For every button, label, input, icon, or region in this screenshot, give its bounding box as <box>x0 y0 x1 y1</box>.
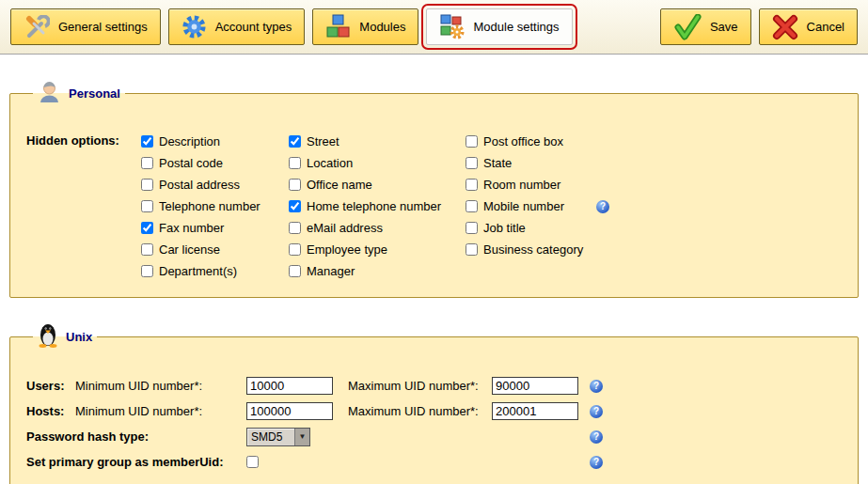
hidden-option-office-name[interactable]: Office name <box>289 174 466 195</box>
job-title-checkbox[interactable] <box>466 222 478 234</box>
help-icon[interactable]: ? <box>596 200 609 213</box>
employee-type-checkbox[interactable] <box>289 243 301 256</box>
unix-section: Unix Users: Minimum UID number*: Maximum… <box>9 322 859 484</box>
hidden-option-department-s[interactable]: Department(s) <box>141 260 289 282</box>
modules-cubes-icon <box>325 14 351 39</box>
users-help-cell: ? <box>590 373 627 398</box>
hidden-option-post-office-box[interactable]: Post office box <box>466 131 609 152</box>
account-types-button[interactable]: Account types <box>168 8 306 45</box>
users-label: Users: <box>26 379 75 393</box>
hidden-option-postal-code[interactable]: Postal code <box>141 152 289 174</box>
location-checkbox[interactable] <box>289 157 301 169</box>
button-label: Modules <box>359 20 405 34</box>
personal-legend-label: Personal <box>69 86 120 101</box>
postal-code-checkbox[interactable] <box>141 157 153 169</box>
users-min-uid-cell <box>246 373 348 398</box>
users-max-uid-label: Maximum UID number*: <box>348 379 479 393</box>
checkbox-label: Location <box>307 156 353 170</box>
hidden-options-column-2: StreetLocationOffice nameHome telephone … <box>289 131 466 282</box>
member-uid-help-cell: ? <box>590 449 627 475</box>
main-content: Personal Hidden options: DescriptionPost… <box>0 55 868 484</box>
hidden-option-fax-number[interactable]: Fax number <box>141 217 289 239</box>
hosts-max-uid-input[interactable] <box>492 402 578 420</box>
save-button[interactable]: Save <box>660 8 751 45</box>
hidden-option-mobile-number[interactable]: Mobile number? <box>466 195 609 217</box>
department-s-checkbox[interactable] <box>141 265 153 277</box>
postal-address-checkbox[interactable] <box>141 179 153 191</box>
home-telephone-number-checkbox[interactable] <box>289 200 301 212</box>
button-label: Save <box>710 20 738 34</box>
help-icon[interactable]: ? <box>590 405 603 418</box>
help-icon[interactable]: ? <box>590 430 603 444</box>
room-number-checkbox[interactable] <box>466 179 478 191</box>
general-settings-button[interactable]: General settings <box>10 8 161 45</box>
hosts-label: Hosts: <box>26 404 75 418</box>
hidden-option-employee-type[interactable]: Employee type <box>289 239 466 260</box>
users-min-uid-label: Minimum UID number*: <box>75 379 202 393</box>
checkbox-label: Employee type <box>307 242 387 257</box>
users-min-uid-input[interactable] <box>246 377 333 395</box>
unix-legend-label: Unix <box>66 330 92 344</box>
tools-icon <box>24 15 50 39</box>
hidden-option-state[interactable]: State <box>466 152 609 174</box>
street-checkbox[interactable] <box>289 135 301 148</box>
module-settings-icon <box>439 14 465 39</box>
checkbox-label: Postal code <box>159 156 223 170</box>
modules-button[interactable]: Modules <box>312 8 418 45</box>
checkbox-label: Telephone number <box>159 199 260 213</box>
cancel-button[interactable]: Cancel <box>759 8 858 45</box>
email-address-checkbox[interactable] <box>289 222 301 234</box>
checkbox-label: Manager <box>307 264 355 278</box>
checkbox-label: Job title <box>483 221 526 235</box>
help-icon[interactable]: ? <box>590 380 603 393</box>
button-label: General settings <box>58 20 148 34</box>
users-max-uid-input[interactable] <box>492 377 578 395</box>
hidden-option-job-title[interactable]: Job title <box>466 217 609 239</box>
hidden-option-business-category[interactable]: Business category <box>466 239 609 260</box>
checkbox-label: Office name <box>307 178 372 192</box>
fax-number-checkbox[interactable] <box>141 222 153 234</box>
gear-icon <box>181 14 207 39</box>
checkbox-label: Business category <box>483 242 583 257</box>
member-uid-checkbox[interactable] <box>246 456 259 468</box>
checkbox-label: Fax number <box>159 221 224 235</box>
personal-section: Personal Hidden options: DescriptionPost… <box>9 80 859 298</box>
car-license-checkbox[interactable] <box>141 243 153 256</box>
module-settings-button[interactable]: Module settings <box>426 8 572 45</box>
hidden-option-manager[interactable]: Manager <box>289 260 466 282</box>
spacer-cell <box>492 424 590 449</box>
toolbar: General settingsAccount typesModulesModu… <box>0 0 868 55</box>
toolbar-tabs: General settingsAccount typesModulesModu… <box>10 8 573 45</box>
hidden-option-car-license[interactable]: Car license <box>141 239 289 260</box>
hidden-option-email-address[interactable]: eMail address <box>289 217 466 239</box>
hidden-option-street[interactable]: Street <box>289 131 466 152</box>
hidden-option-telephone-number[interactable]: Telephone number <box>141 195 289 217</box>
manager-checkbox[interactable] <box>289 265 301 277</box>
hosts-min-uid-label: Minimum UID number*: <box>75 404 202 418</box>
hosts-min-uid-input[interactable] <box>246 402 333 420</box>
hosts-row-label: Hosts: Minimum UID number*: <box>26 398 246 424</box>
personal-legend: Personal <box>33 80 125 106</box>
state-checkbox[interactable] <box>466 157 478 169</box>
hidden-option-room-number[interactable]: Room number <box>466 174 609 195</box>
post-office-box-checkbox[interactable] <box>466 135 478 148</box>
spacer-cell <box>492 449 590 475</box>
spacer-cell <box>348 449 492 475</box>
mobile-number-checkbox[interactable] <box>466 200 478 212</box>
hidden-option-home-telephone-number[interactable]: Home telephone number <box>289 195 466 217</box>
member-uid-cell <box>246 449 348 475</box>
dropdown-arrow-icon: ▼ <box>294 429 309 445</box>
hidden-option-postal-address[interactable]: Postal address <box>141 174 289 195</box>
password-hash-select[interactable]: SMD5 ▼ <box>246 428 310 446</box>
users-max-uid-label-cell: Maximum UID number*: <box>348 373 492 398</box>
help-icon[interactable]: ? <box>590 456 603 469</box>
hidden-option-description[interactable]: Description <box>141 131 289 152</box>
tux-penguin-icon <box>38 322 58 351</box>
office-name-checkbox[interactable] <box>289 179 301 191</box>
unix-settings-grid: Users: Minimum UID number*: Maximum UID … <box>26 373 842 475</box>
telephone-number-checkbox[interactable] <box>141 200 153 212</box>
spacer-cell <box>348 424 492 449</box>
business-category-checkbox[interactable] <box>466 243 478 256</box>
hidden-option-location[interactable]: Location <box>289 152 466 174</box>
description-checkbox[interactable] <box>141 135 153 148</box>
